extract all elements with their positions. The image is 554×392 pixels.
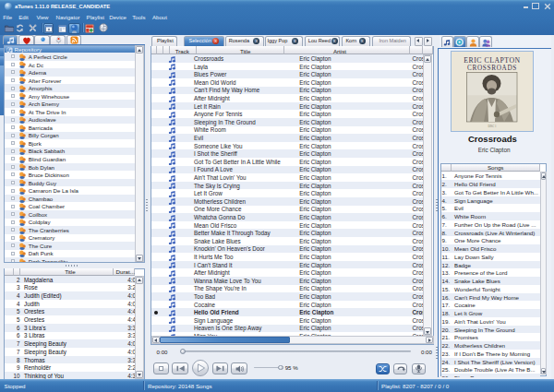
svg-text:CROSSROADS: CROSSROADS (467, 65, 517, 72)
svg-text:DISC 1: DISC 1 (488, 125, 497, 128)
svg-text:ERIC CLAPTON: ERIC CLAPTON (464, 56, 520, 65)
